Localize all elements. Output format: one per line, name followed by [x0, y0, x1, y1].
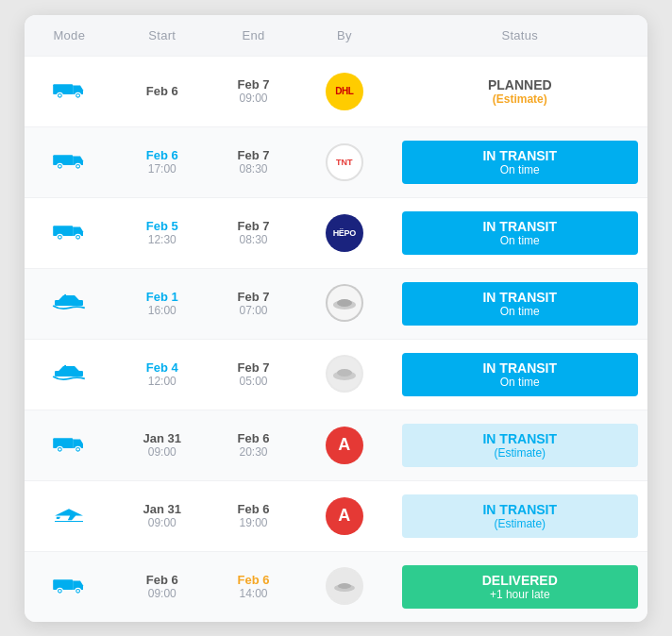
svg-point-11 [77, 165, 79, 167]
start-time: 12:30 [124, 233, 201, 246]
table-row: Feb 6 Feb 7 09:00DHL PLANNED (Estimate) [25, 56, 647, 126]
end-time: 19:00 [220, 516, 287, 529]
status-badge: IN TRANSIT On time [402, 211, 638, 255]
status-subtitle: On time [415, 305, 625, 318]
carrier-avatar [326, 567, 363, 605]
mode-cell [25, 56, 114, 126]
start-date: Feb 6 [124, 573, 201, 587]
mode-cell [25, 126, 114, 197]
status-badge: PLANNED (Estimate) [402, 70, 638, 113]
status-subtitle: (Estimate) [415, 92, 625, 106]
status-title: DELIVERED [415, 573, 625, 588]
svg-point-23 [337, 299, 352, 307]
truck-icon [52, 430, 86, 457]
table-row: Feb 1 16:00Feb 7 07:00 IN TRANSIT On tim… [25, 268, 647, 339]
svg-point-35 [77, 448, 79, 450]
start-cell: Feb 6 17:00 [114, 126, 210, 197]
status-title: IN TRANSIT [415, 360, 625, 376]
end-date: Feb 7 [220, 360, 287, 375]
col-header-start: Start [114, 15, 210, 57]
start-date: Feb 6 [124, 84, 201, 98]
table-row: Jan 31 09:00Feb 6 20:30A IN TRANSIT (Est… [25, 410, 647, 480]
start-date: Feb 4 [124, 360, 201, 375]
svg-point-29 [337, 369, 352, 377]
carrier-avatar: DHL [326, 73, 363, 110]
start-cell: Jan 31 09:00 [114, 480, 210, 551]
carrier-cell [296, 339, 392, 410]
ship-icon [52, 360, 86, 386]
col-header-by: By [296, 15, 392, 57]
status-subtitle: On time [415, 234, 625, 247]
table-row: Feb 6 09:00Feb 6 14:00 DELIVERED +1 hour… [25, 551, 647, 622]
end-cell: Feb 6 19:00 [210, 480, 296, 551]
end-time: 14:00 [220, 587, 287, 600]
end-cell: Feb 7 07:00 [210, 268, 296, 339]
end-cell: Feb 7 05:00 [210, 339, 296, 410]
svg-point-3 [59, 94, 61, 96]
start-cell: Feb 4 12:00 [114, 339, 210, 410]
svg-point-5 [77, 94, 79, 96]
status-badge: IN TRANSIT (Estimate) [402, 494, 638, 538]
svg-rect-30 [54, 438, 74, 448]
status-title: PLANNED [415, 77, 625, 92]
end-time: 05:00 [220, 375, 287, 388]
end-cell: Feb 7 08:30 [210, 126, 296, 197]
status-badge: IN TRANSIT On time [402, 353, 638, 396]
svg-point-17 [77, 236, 79, 238]
svg-rect-20 [65, 293, 67, 299]
status-subtitle: (Estimate) [415, 517, 625, 530]
end-time: 08:30 [220, 233, 287, 246]
status-badge: IN TRANSIT On time [402, 141, 638, 184]
status-cell: DELIVERED +1 hour late [393, 551, 647, 622]
carrier-avatar: TNT [326, 143, 363, 181]
truck-icon [52, 76, 86, 103]
start-date: Feb 6 [124, 148, 201, 162]
col-header-mode: Mode [25, 15, 114, 57]
start-time: 09:00 [124, 587, 201, 600]
status-title: IN TRANSIT [415, 290, 625, 305]
start-date: Feb 1 [124, 290, 201, 304]
carrier-avatar: A [326, 427, 363, 464]
status-title: IN TRANSIT [415, 148, 625, 163]
end-time: 08:30 [220, 162, 287, 176]
mode-cell [25, 339, 114, 410]
end-date: Feb 7 [220, 77, 287, 92]
end-cell: Feb 7 08:30 [210, 197, 296, 268]
carrier-cell: A [296, 410, 392, 480]
ship2-logo-icon [328, 357, 361, 391]
status-subtitle: +1 hour late [415, 588, 625, 601]
status-cell: IN TRANSIT (Estimate) [393, 480, 647, 551]
mode-cell [25, 551, 114, 622]
carrier-cell: DHL [296, 56, 392, 126]
svg-marker-19 [59, 295, 80, 300]
carrier-avatar [326, 355, 363, 393]
start-time: 17:00 [124, 162, 201, 176]
svg-point-45 [338, 583, 351, 589]
svg-rect-24 [55, 370, 83, 376]
svg-rect-18 [55, 299, 83, 305]
plane-icon [52, 501, 86, 527]
end-date: Feb 6 [220, 502, 287, 516]
mode-cell [25, 410, 114, 480]
end-time: 09:00 [220, 92, 287, 105]
svg-rect-6 [54, 155, 74, 165]
end-date: Feb 7 [220, 148, 287, 162]
end-time: 07:00 [220, 304, 287, 317]
start-date: Jan 31 [124, 431, 201, 445]
end-cell: Feb 6 14:00 [210, 551, 296, 622]
start-time: 16:00 [124, 304, 201, 317]
col-header-status: Status [393, 15, 647, 57]
truck-icon [52, 572, 86, 598]
status-badge: DELIVERED +1 hour late [402, 565, 638, 609]
end-date: Feb 6 [220, 431, 287, 445]
status-badge: IN TRANSIT On time [402, 282, 638, 326]
status-cell: IN TRANSIT On time [393, 126, 647, 197]
end-date: Feb 7 [220, 290, 287, 304]
ship1-logo-icon [328, 286, 361, 320]
svg-point-33 [59, 448, 61, 450]
end-cell: Feb 6 20:30 [210, 410, 296, 480]
start-cell: Feb 5 12:30 [114, 197, 210, 268]
table-body: Feb 6 Feb 7 09:00DHL PLANNED (Estimate) … [25, 56, 647, 622]
status-subtitle: (Estimate) [415, 446, 625, 460]
carrier-cell: TNT [296, 126, 392, 197]
